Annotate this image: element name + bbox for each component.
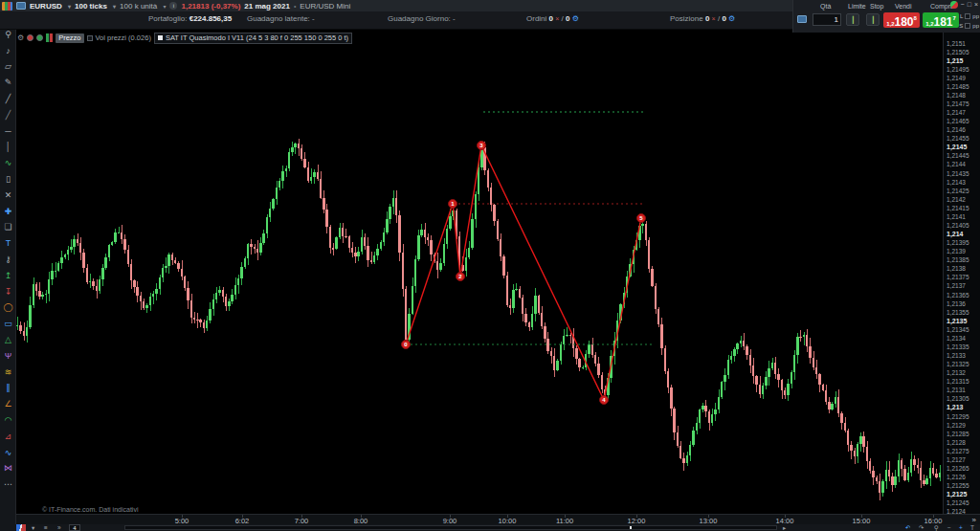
volume-legend-label[interactable]: Vol prezzi (0.026) (96, 33, 151, 42)
more-tools-icon[interactable]: ⋯ (1, 477, 15, 492)
last-price-change: 1,21813 (-0,37%) (181, 2, 240, 11)
quasimodo-zigzag-line[interactable] (406, 145, 641, 400)
indicator-swatch (158, 35, 163, 40)
units-selector[interactable]: 100 k unità ▾ (120, 2, 166, 11)
orders-settings-icon[interactable]: ⚙ (572, 14, 579, 23)
platform-icon[interactable] (797, 15, 807, 23)
platform-logo-icon[interactable] (950, 1, 958, 9)
trendline-icon[interactable]: ╱ (1, 108, 15, 122)
move-icon[interactable]: ✚ (1, 205, 15, 219)
channel-icon[interactable]: ∥ (1, 381, 15, 395)
chevron-down-icon: ▾ (68, 3, 71, 10)
tools-icon[interactable]: ✕ (1, 188, 15, 203)
sell-button[interactable]: 1,21808 (883, 12, 920, 28)
workspace-icon[interactable] (16, 2, 26, 10)
short-position-icon[interactable]: ↧ (1, 285, 15, 299)
segment-icon[interactable]: ╱ (1, 92, 15, 106)
horizontal-line-icon[interactable]: ─ (1, 124, 15, 139)
expand-icon[interactable]: » (57, 524, 61, 531)
price-tick-label: 1,21395 (944, 239, 980, 246)
arc-icon[interactable]: ◠ (1, 413, 15, 428)
scrollbar-thumb[interactable] (630, 526, 632, 529)
anchor-icon[interactable]: ⚷ (1, 253, 15, 267)
time-axis-more-button[interactable]: » (972, 516, 976, 524)
portfolio: Portafoglio: €224.856,35 (148, 14, 232, 23)
text-icon[interactable]: T (1, 236, 15, 251)
price-tick-label: 1,2144 (944, 161, 980, 167)
close-button[interactable]: × (974, 1, 978, 9)
price-tick-label: 1,215 (944, 57, 980, 64)
quantity-input[interactable]: 1 (813, 13, 841, 26)
candlestick-chart[interactable]: 012345 (0, 0, 980, 531)
zigzag-icon[interactable]: ∿ (1, 156, 15, 170)
price-tick-label: 1,21495 (944, 66, 980, 73)
vertical-line-icon[interactable]: │ (1, 140, 15, 154)
price-tick-label: 1,2133 (944, 352, 980, 359)
zoom-settings-icon[interactable]: ⚲ (934, 524, 939, 531)
price-tick-label: 1,21365 (944, 292, 980, 299)
stop-order-button[interactable]: ┃ (866, 13, 880, 26)
stop-checkbox[interactable] (965, 23, 970, 29)
close-position-icon[interactable]: × (712, 15, 716, 22)
price-tick-label: 1,2142 (944, 196, 980, 203)
price-tick-label: 1,21435 (944, 170, 980, 177)
duplicate-icon[interactable]: ❏ (1, 220, 15, 234)
orders-status[interactable]: Ordini 0 × / 0 ⚙ (526, 14, 579, 23)
buy-button[interactable]: 1,21817 (923, 12, 959, 28)
time-axis[interactable]: » 5:006:027:008:009:0010:0011:0012:0013:… (0, 514, 980, 524)
cancel-orders-icon[interactable]: × (555, 15, 559, 22)
redo-icon[interactable]: ↷ (919, 524, 924, 531)
zoom-icon[interactable]: ⚲ (1, 28, 15, 42)
window-controls: − □ × (950, 1, 978, 9)
eraser-icon[interactable]: ▱ (1, 59, 15, 74)
zoom-in-icon[interactable]: + (959, 524, 963, 531)
menu-icon[interactable]: ≡ (44, 524, 48, 531)
buy-marker-icon[interactable] (36, 34, 43, 41)
restore-button[interactable]: □ (968, 1, 971, 9)
latent-gain: Guadagno latente: - (247, 14, 315, 23)
sell-header: Vendi (895, 3, 912, 10)
text-cursor-icon[interactable]: T (970, 524, 974, 531)
chevron-down-icon[interactable]: ▾ (32, 524, 34, 531)
cycle-icon[interactable]: ∿ (1, 446, 15, 460)
pencil-icon[interactable]: ✎ (1, 76, 15, 90)
price-tick-label: 1,21345 (944, 326, 980, 333)
page-number-box[interactable]: 4 (69, 524, 80, 531)
triangle-tool-icon[interactable]: △ (1, 333, 15, 347)
trash-icon[interactable]: ▯ (1, 172, 15, 187)
gann-icon[interactable]: ⊿ (1, 430, 15, 444)
stop-header: Stop (870, 3, 883, 10)
prt-logo-icon[interactable] (16, 524, 26, 531)
zoom-out-icon[interactable]: − (947, 524, 951, 531)
timeframe-selector[interactable]: 100 ticks ▾ (75, 2, 116, 11)
limit-order-button[interactable]: ┃ (846, 13, 859, 26)
price-tick-label: 1,2139 (944, 248, 980, 254)
price-axis[interactable]: 1,21511,215051,2151,214951,21491,214851,… (943, 30, 980, 514)
rectangle-tool-icon[interactable]: ▭ (1, 317, 15, 331)
volume-checkbox[interactable] (87, 35, 93, 41)
price-tick-label: 1,21255 (944, 482, 980, 489)
pattern-icon[interactable]: ⋈ (1, 461, 15, 476)
gear-icon[interactable]: ⚙ (17, 33, 24, 43)
sell-marker-icon[interactable] (27, 34, 33, 41)
price-tick-label: 1,2132 (944, 369, 980, 376)
position-status[interactable]: Posizione 0 × / 0 ⚙ (670, 14, 735, 23)
indicator-legend-label[interactable]: SAT IT Quasimodo I V11 (24 5 3 80 f 0 25… (154, 33, 352, 44)
price-tick-label: 1,2134 (944, 335, 980, 342)
limit-checkbox[interactable] (965, 13, 970, 19)
step-forward-icon[interactable]: ▸ (783, 524, 786, 531)
position-settings-icon[interactable]: ⚙ (728, 14, 735, 23)
undo-icon[interactable]: ↶ (905, 524, 910, 531)
long-position-icon[interactable]: ↥ (1, 269, 15, 283)
pitchfork-icon[interactable]: Ψ (1, 349, 15, 364)
fibonacci-icon[interactable]: ≋ (1, 365, 15, 380)
instrument-selector[interactable]: EURUSD ▾ (30, 2, 71, 11)
history-scrollbar[interactable] (124, 525, 777, 530)
minimize-button[interactable]: − (961, 1, 965, 9)
alert-bell-icon[interactable]: ♪ (1, 44, 15, 58)
ellipse-tool-icon[interactable]: ◯ (1, 300, 15, 315)
fan-icon[interactable]: ∠ (1, 397, 15, 411)
price-legend-label[interactable]: Prezzo (56, 33, 83, 43)
info-icon[interactable]: i (169, 2, 177, 10)
candle-style-icon[interactable] (46, 33, 53, 42)
